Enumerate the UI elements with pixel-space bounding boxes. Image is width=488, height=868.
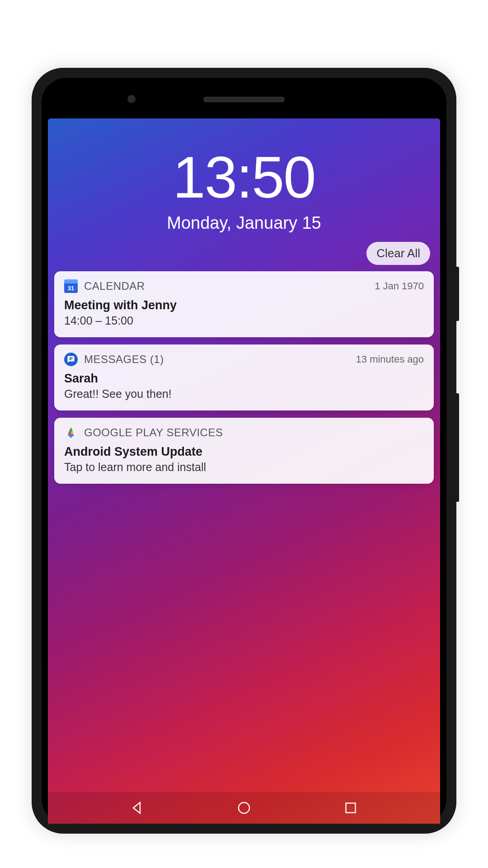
notification-timestamp: 1 Jan 1970 [375,280,424,292]
notification-title: Sarah [64,372,424,386]
screen[interactable]: 13:50 Monday, January 15 Clear All 31 [48,118,440,824]
notification-list: 31 CALENDAR 1 Jan 1970 Meeting with Jenn… [48,265,440,484]
notification-body: Great!! See you then! [64,387,424,401]
navigation-bar [48,792,440,824]
lock-screen-clock: 13:50 Monday, January 15 [48,118,440,233]
notification-timestamp: 13 minutes ago [356,354,424,365]
notification-app-name: MESSAGES (1) [84,353,164,366]
recents-button[interactable] [341,798,361,818]
google-play-icon [64,426,78,439]
svg-point-0 [239,802,249,813]
notification-play-services[interactable]: GOOGLE PLAY SERVICES Android System Upda… [54,418,434,484]
power-button[interactable] [456,267,459,321]
notification-messages[interactable]: MESSAGES (1) 13 minutes ago Sarah Great!… [54,344,434,410]
front-camera [127,95,136,103]
notification-body: Tap to learn more and install [64,461,424,474]
calendar-icon: 31 [64,279,78,293]
messages-icon [64,353,78,366]
clear-all-button[interactable]: Clear All [366,242,430,265]
back-button[interactable] [127,798,147,818]
notification-body: 14:00 – 15:00 [64,314,424,327]
date-display: Monday, January 15 [48,213,440,233]
phone-bezel: 13:50 Monday, January 15 Clear All 31 [42,78,446,824]
volume-button[interactable] [456,393,459,502]
phone-frame: 13:50 Monday, January 15 Clear All 31 [32,68,456,834]
notification-title: Meeting with Jenny [64,298,424,312]
notification-app-name: CALENDAR [84,280,145,292]
time-display: 13:50 [48,143,440,211]
home-button[interactable] [234,798,254,818]
notification-title: Android System Update [64,445,424,459]
speaker-grille [203,97,285,102]
notification-app-name: GOOGLE PLAY SERVICES [84,426,223,439]
svg-rect-1 [346,803,356,813]
notification-calendar[interactable]: 31 CALENDAR 1 Jan 1970 Meeting with Jenn… [54,271,434,337]
